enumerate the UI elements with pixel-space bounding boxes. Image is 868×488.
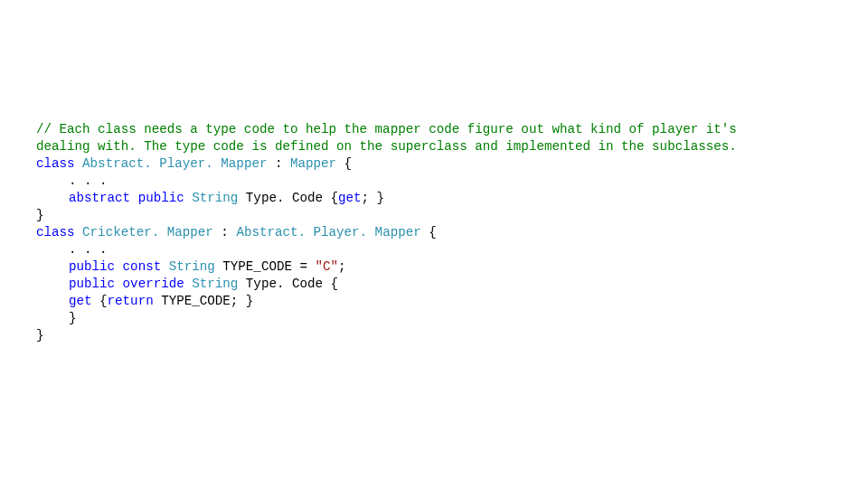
type-abstract-player-mapper: Abstract. Player. Mapper [82,156,275,171]
brace-close-3: } [36,328,44,343]
colon-1: : [275,156,290,171]
type-string-1: String [192,191,246,205]
brace-open-2: { [331,191,339,205]
kw-get-2: get [69,294,92,308]
colon-2: : [221,225,236,239]
kw-const: const [123,259,162,274]
const-name: TYPE_CODE = [222,259,315,274]
type-cricketer-mapper: Cricketer. Mapper [82,225,221,239]
brace-close-2: } [69,311,77,325]
brace-open-4: { [331,277,339,291]
code-comment-line1: // Each class needs a type code to help … [36,122,737,136]
type-string-3: String [192,277,246,291]
brace-open-1: { [344,156,353,171]
brace-open-3: { [429,225,437,239]
member-typecode-2: Type. Code [246,277,331,291]
ellipsis-2: . . . [69,242,108,257]
type-mapper: Mapper [290,156,344,171]
code-comment-line2: dealing with. The type code is defined o… [36,139,737,154]
member-typecode-1: Type. Code [246,191,331,205]
semi-brace-1: ; } [362,191,385,205]
kw-public-1: public [138,191,184,205]
code-block: // Each class needs a type code to help … [36,104,850,344]
ellipsis-1: . . . [69,174,108,188]
kw-class-2: class [36,225,75,239]
kw-public-2: public [69,259,115,274]
brace-open-5: { [99,294,108,308]
type-string-2: String [169,259,223,274]
kw-class-1: class [36,156,75,171]
return-typecode: TYPE_CODE; } [154,294,254,308]
kw-public-3: public [69,277,115,291]
string-literal-c: "C" [315,259,338,274]
kw-override: override [123,277,184,291]
kw-abstract: abstract [69,191,130,205]
kw-return: return [108,294,154,308]
type-abstract-player-mapper-2: Abstract. Player. Mapper [236,225,429,239]
kw-get-1: get [338,191,362,205]
brace-close-1: } [36,208,44,222]
semi-1: ; [338,259,346,274]
